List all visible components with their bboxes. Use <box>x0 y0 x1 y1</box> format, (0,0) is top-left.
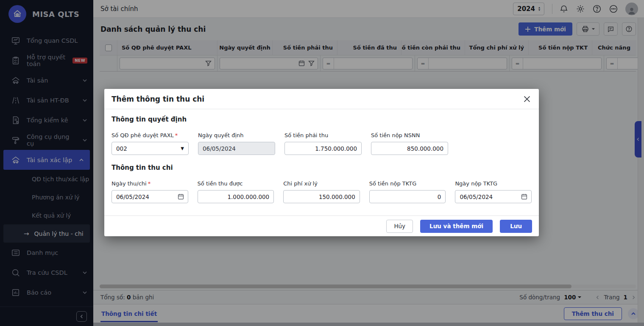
close-icon[interactable] <box>522 94 532 104</box>
field-label: Số QĐ phê duyệt PAXL* <box>112 132 189 138</box>
required-asterisk: * <box>175 132 178 138</box>
field-so-tien-thu-duoc: Số tiền thu được <box>198 180 274 203</box>
so-tien-thu-duoc-inputbox <box>198 190 274 203</box>
field-so-qd: Số QĐ phê duyệt PAXL* ▼ <box>112 132 189 155</box>
field-ngay-nop-tktg: Ngày nộp TKTG <box>455 180 532 203</box>
so-tien-nop-nsnn-input[interactable] <box>371 142 448 155</box>
so-tien-thu-duoc-input[interactable] <box>198 191 274 203</box>
chi-phi-xu-ly-inputbox <box>283 190 360 203</box>
section-heading-thu-chi: Thông tin thu chi <box>112 164 532 171</box>
field-label: Chi phí xử lý <box>283 180 360 187</box>
field-ngay-quyet-dinh: Ngày quyết định <box>198 132 275 155</box>
field-ngay-thu-chi: Ngày thu/chi* <box>112 180 188 203</box>
field-label: Số tiền nộp NSNN <box>371 132 448 138</box>
required-asterisk: * <box>148 180 151 187</box>
cancel-button[interactable]: Hủy <box>386 220 413 233</box>
field-label: Ngày thu/chi* <box>112 180 188 187</box>
so-tien-nop-tktg-inputbox <box>369 190 446 203</box>
so-qd-select[interactable]: ▼ <box>112 142 189 155</box>
ngay-thu-chi-input[interactable] <box>112 191 177 203</box>
field-label: Số tiền phải thu <box>284 132 362 138</box>
modal-title: Thêm thông tin thu chi <box>112 95 522 103</box>
them-thong-tin-thu-chi-dialog: Thêm thông tin thu chi Thông tin quyết đ… <box>104 89 539 236</box>
so-qd-value[interactable] <box>112 142 181 155</box>
field-chi-phi-xu-ly: Chi phí xử lý <box>283 180 360 203</box>
so-tien-nop-nsnn-inputbox <box>371 142 448 155</box>
ngay-thu-chi-datepicker[interactable] <box>112 190 188 203</box>
calendar-icon[interactable] <box>521 193 528 200</box>
ngay-nop-tktg-input[interactable] <box>455 191 521 203</box>
so-tien-nop-tktg-input[interactable] <box>370 191 446 203</box>
field-label: Số tiền thu được <box>198 180 274 187</box>
save-and-new-button[interactable]: Lưu và thêm mới <box>420 220 493 233</box>
so-tien-phai-thu-input[interactable] <box>285 142 361 155</box>
form-row-2: Ngày thu/chi* Số tiền thu được Chi phí x… <box>112 180 532 203</box>
field-label: Số tiền nộp TKTG <box>369 180 446 187</box>
field-label: Ngày quyết định <box>198 132 275 138</box>
form-row-1: Số QĐ phê duyệt PAXL* ▼ Ngày quyết định … <box>112 132 532 155</box>
field-label: Ngày nộp TKTG <box>455 180 532 187</box>
field-so-tien-phai-thu: Số tiền phải thu <box>284 132 362 155</box>
calendar-icon[interactable] <box>177 193 184 200</box>
modal-footer: Hủy Lưu và thêm mới Lưu <box>104 215 539 236</box>
ngay-nop-tktg-datepicker[interactable] <box>455 190 532 203</box>
dropdown-caret-icon[interactable]: ▼ <box>181 146 184 151</box>
modal-header: Thêm thông tin thu chi <box>104 89 539 109</box>
ngay-quyet-dinh-input-disabled <box>198 142 275 155</box>
field-so-tien-nop-nsnn: Số tiền nộp NSNN <box>371 132 448 155</box>
section-heading-quyet-dinh: Thông tin quyết định <box>112 116 532 123</box>
chi-phi-xu-ly-input[interactable] <box>284 191 360 203</box>
save-button[interactable]: Lưu <box>500 220 532 233</box>
ngay-quyet-dinh-value <box>198 142 275 155</box>
field-so-tien-nop-tktg: Số tiền nộp TKTG <box>369 180 446 203</box>
so-tien-phai-thu-inputbox <box>284 142 362 155</box>
